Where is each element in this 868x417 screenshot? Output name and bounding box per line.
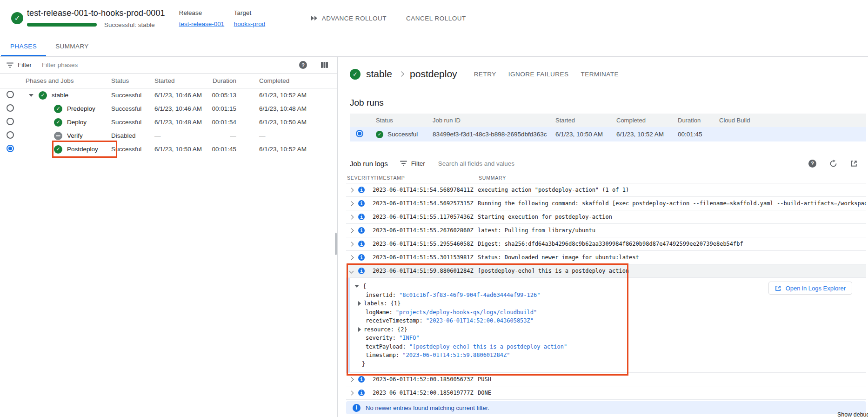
logs-filter[interactable]: Filter [400,160,425,167]
job-duration: 00:01:45 [206,146,236,153]
phase-name: stable [52,92,68,99]
help-icon[interactable] [299,61,307,69]
job-completed: 6/1/23, 10:48 AM [236,105,337,112]
job-breadcrumb: stable postdeploy RETRY IGNORE FAILURES … [350,67,868,81]
job-radio[interactable] [7,131,14,139]
col-started: Started [552,117,613,124]
log-table-header: SEVERITY TIMESTAMP SUMMARY [346,172,866,183]
collapse-triangle-icon[interactable] [354,285,359,288]
collapse-chevron-icon[interactable] [349,269,354,273]
job-run-radio-selected[interactable] [356,130,363,137]
expand-chevron-icon[interactable] [349,201,354,206]
job-radio-selected[interactable] [7,145,14,152]
open-in-logs-explorer-label: Open in Logs Explorer [786,285,846,292]
expand-triangle-icon[interactable] [358,301,361,306]
info-severity-icon [358,241,365,247]
advance-rollout-label: ADVANCE ROLLOUT [322,15,387,22]
phase-duration: 00:05:13 [206,92,236,99]
job-name: Postdeploy [67,146,98,153]
left-panel-scrollbar[interactable] [335,233,337,255]
advance-rollout-button[interactable]: ADVANCE ROLLOUT [311,15,387,22]
job-row-verify[interactable]: Verify Disabled — — — [0,129,337,142]
col-started: Started [149,77,206,84]
terminate-button[interactable]: TERMINATE [581,71,619,78]
info-severity-icon [358,254,365,261]
json-key: textPayload: [366,343,406,350]
json-line: } [350,360,866,369]
filter-phases-input[interactable] [42,61,294,68]
job-radio[interactable] [7,118,14,125]
col-cloud-build: Cloud Build [715,117,866,124]
expand-triangle-icon[interactable] [358,327,361,332]
expand-chevron-icon[interactable] [349,215,354,219]
job-row-postdeploy[interactable]: Postdeploy Successful 6/1/23, 10:50 AM 0… [0,142,337,156]
col-phases-and-jobs: Phases and Jobs [20,77,106,84]
log-row[interactable]: 2023-06-01T14:52:00.185019777Z DONE [346,386,866,400]
info-severity-icon [358,187,365,193]
tab-summary[interactable]: SUMMARY [46,36,98,56]
log-row[interactable]: 2023-06-01T14:51:54.568978411Z executing… [346,183,866,197]
log-timestamp: 2023-06-01T14:51:54.568978411Z [373,187,478,193]
logs-filter-label: Filter [411,160,425,167]
collapse-arrow-icon[interactable] [29,94,33,97]
job-duration: — [206,132,236,139]
breadcrumb-phase[interactable]: stable [366,68,392,80]
ignore-failures-button[interactable]: IGNORE FAILURES [508,71,569,78]
log-timestamp: 2023-06-01T14:52:00.185019777Z [373,390,478,396]
job-started: — [149,132,206,139]
job-row-deploy[interactable]: Deploy Successful 6/1/23, 10:48 AM 00:01… [0,115,337,129]
log-timestamp: 2023-06-01T14:51:55.117057436Z [373,214,478,220]
json-line: resource: {2} [350,325,866,334]
json-line: labels: {1} [350,299,866,308]
phases-panel: Filter Phases and Jobs Status Started Du… [0,57,338,417]
col-summary: SUMMARY [478,175,866,181]
expand-chevron-icon[interactable] [349,228,354,233]
job-row-predeploy[interactable]: Predeploy Successful 6/1/23, 10:46 AM 00… [0,102,337,115]
expand-chevron-icon[interactable] [349,255,354,260]
phases-table: Phases and Jobs Status Started Duration … [0,74,337,156]
expand-chevron-icon[interactable] [349,377,354,382]
json-close-brace: } [362,361,365,367]
job-radio[interactable] [7,104,14,112]
expand-chevron-icon[interactable] [349,188,354,192]
open-in-logs-explorer-button[interactable]: Open in Logs Explorer [768,282,852,295]
log-row[interactable]: 2023-06-01T14:51:55.301153981Z Status: D… [346,251,866,264]
log-summary: DONE [478,390,866,396]
info-severity-icon [358,376,365,383]
log-summary: Status: Downloaded newer image for ubunt… [478,254,866,261]
logs-search-input[interactable] [438,160,799,167]
target-meta: Target hooks-prod [234,9,280,27]
log-row[interactable]: 2023-06-01T14:51:55.267602860Z latest: P… [346,224,866,237]
show-debug-toggle[interactable]: Show debug messages [837,411,868,417]
job-detail-panel: stable postdeploy RETRY IGNORE FAILURES … [338,57,868,417]
expand-chevron-icon[interactable] [349,390,354,395]
log-row[interactable]: 2023-06-01T14:51:54.569257315Z Running t… [346,197,866,210]
tab-phases[interactable]: PHASES [1,36,46,56]
target-link[interactable]: hooks-prod [234,20,280,27]
log-row-expanded[interactable]: 2023-06-01T14:51:59.880601284Z [postdepl… [346,264,866,278]
phase-row-stable[interactable]: stable Successful 6/1/23, 10:46 AM 00:05… [0,88,337,102]
log-row[interactable]: 2023-06-01T14:51:55.295546058Z Digest: s… [346,237,866,251]
job-run-started: 6/1/23, 10:50 AM [552,131,613,138]
phase-radio[interactable] [7,91,14,98]
retry-button[interactable]: RETRY [474,71,496,78]
log-row[interactable]: 2023-06-01T14:51:55.117057436Z Starting … [346,210,866,224]
refresh-icon[interactable] [829,160,837,168]
info-severity-icon [358,227,365,234]
job-run-row[interactable]: Successful 83499ef3-f3d1-48c3-b898-2695d… [350,127,866,141]
main-split: Filter Phases and Jobs Status Started Du… [0,57,868,417]
json-line: severity: "INFO" [350,334,866,343]
log-row[interactable]: 2023-06-01T14:52:00.185005673Z PUSH [346,373,866,386]
job-run-logs-heading: Job run logs [350,160,388,168]
cancel-rollout-button[interactable]: CANCEL ROLLOUT [406,15,466,22]
job-run-logs-toolbar: Job run logs Filter [338,155,868,171]
json-key: receiveTimestamp: [366,317,423,324]
help-icon[interactable] [808,160,816,168]
release-link[interactable]: test-release-001 [179,20,226,27]
job-run-id: 83499ef3-f3d1-48c3-b898-2695dbfd363c [429,131,552,138]
open-in-new-icon[interactable] [850,160,858,167]
col-duration: Duration [674,117,715,124]
json-line: textPayload: "[postdeploy-echo] this is … [350,343,866,351]
column-settings-icon[interactable] [321,62,328,68]
expand-chevron-icon[interactable] [349,242,354,246]
